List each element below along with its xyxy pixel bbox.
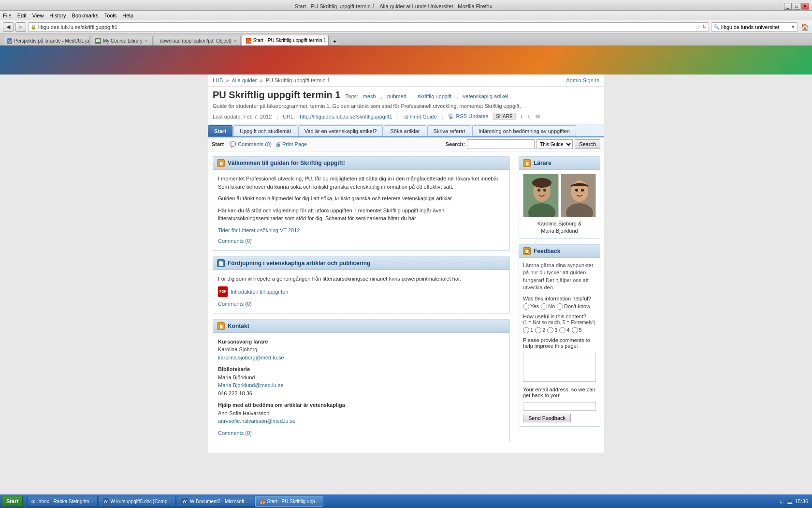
larare-box-body: Karolina Sjoborg &Maria Björklund [519,170,600,238]
comments-link-toolbar[interactable]: 💬 Comments (0) [230,141,272,148]
browser-tab-1[interactable]: 📚 Perspektiv på lärande - MedCUL januari… [3,36,90,45]
feedback-textarea[interactable] [523,353,596,382]
browser-tab-2[interactable]: 📖 My Course Library ✕ [91,36,153,45]
start-button[interactable]: Start [2,496,23,507]
menu-help[interactable]: Help [122,13,133,18]
tab-start[interactable]: Start [208,125,232,136]
kursuppg-label: W kursuppgift5.doc [Comp... [111,499,172,504]
print-page-link[interactable]: 🖨 Print Page [276,141,307,147]
helpful-no[interactable]: No [541,303,555,310]
minimize-button[interactable]: _ [784,3,792,10]
menu-history[interactable]: History [49,13,66,18]
breadcrumb-all-guides[interactable]: Alla guider [232,77,257,83]
browser-tab-3[interactable]: download (application/pdf Object) ✕ [154,36,241,45]
useful-1[interactable]: 1 [523,327,533,333]
menu-view[interactable]: View [32,13,44,18]
rss-updates-link[interactable]: 📡 RSS Updates [448,113,488,120]
back-button[interactable]: ◀ [3,22,14,32]
inbox-icon: ✉ [31,499,35,504]
word-icon-2: W [181,498,188,505]
send-feedback-button[interactable]: Send Feedback [523,414,571,422]
larare-box-header: 📋 Lärare [519,157,600,170]
tab-vad[interactable]: Vad är en vetenskaplig artikel? [298,125,383,136]
helpful-yes[interactable]: Yes [523,303,539,310]
feedback-box: 💬 Feedback Lämna gärna dina synpunkter p… [519,244,600,427]
rss-label: RSS Updates [456,113,489,119]
meta-sep-2: | [397,114,399,120]
email-3[interactable]: ann-sofie.halvarsson@med.lu.se [218,418,295,424]
refresh-icon[interactable]: ↻ [702,24,707,30]
taskbar-item-kursuppg[interactable]: W W kursuppgift5.doc [Comp... [99,496,176,507]
useful-4[interactable]: 4 [559,327,569,333]
tag-vetenskaplig[interactable]: vetenskaplig artikel [463,93,508,99]
tab-uppgift[interactable]: Uppgift och studiemål [233,125,297,136]
fordjupning-text: För dig som vill repetera genomgången fr… [218,275,505,283]
breadcrumb-lub[interactable]: LUB [213,77,223,83]
browser-search-bar: 🔍 ▼ [711,22,798,32]
menu-bookmarks[interactable]: Bookmarks [72,13,99,18]
print-guide-link[interactable]: 🖨 Print Guide [404,114,437,120]
page-toolbar: Start 💬 Comments (0) 🖨 Print Page Search… [208,137,604,151]
helpful-dontknow-radio[interactable] [557,303,563,310]
tab-close-3[interactable]: ✕ [233,39,237,44]
navigation-tabs: Start Uppgift och studiemål Vad är en ve… [208,124,604,137]
menu-edit[interactable]: Edit [17,13,27,18]
tab-close-2[interactable]: ✕ [145,39,148,44]
tag-pubmed[interactable]: pubmed [387,93,406,99]
forward-button[interactable]: ▶ [15,22,26,32]
search-button[interactable]: Search [575,139,600,149]
tab-skriva[interactable]: Skriva referat [427,125,471,136]
home-button[interactable]: 🏠 [801,23,809,31]
pdf-link[interactable]: Introduktion till uppgiften [231,288,288,296]
helpful-no-label: No [548,303,555,309]
name-2: Maria Björklund [218,374,255,380]
taskbar-right: 🔈 💻 15:36 [779,498,810,504]
welcome-comments-link[interactable]: Comments (0) [218,237,505,245]
kontakt-comments-link[interactable]: Comments (0) [218,429,505,437]
helpful-dontknow[interactable]: Don't know [557,303,590,310]
share-button[interactable]: SHARE [493,113,515,120]
feedback-email-input[interactable] [523,402,596,411]
useful-3[interactable]: 3 [547,327,557,333]
main-content: 📋 Välkommen till guiden för Skriftlig up… [208,151,515,453]
helpful-dontknow-label: Don't know [564,303,590,309]
email-1[interactable]: karolina.sjoborg@med.lu.se [218,355,284,360]
tab-soka[interactable]: Söka artiklar [384,125,426,136]
taskbar-item-inbox[interactable]: ✉ Inbox - Ranka.Steingrim... [27,496,98,507]
fordjupning-comments-link[interactable]: Comments (0) [218,300,505,308]
address-input[interactable] [38,24,693,30]
admin-signin-link[interactable]: Admin Sign In [566,77,599,83]
browser-tab-4[interactable]: 🦊 Start - PU Skriftlig uppgift termin 1 … [242,35,329,45]
taskbar-item-browser[interactable]: 🦊 Start - PU Skriftlig upp... [255,496,323,507]
useful-2[interactable]: 2 [535,327,545,333]
taskbar-item-document2[interactable]: W W Document2 - Microsoft ... [177,496,254,507]
tab-inlamning[interactable]: Inlämning och bedömning av uppgiften [472,125,576,136]
helpful-yes-radio[interactable] [523,303,529,310]
maximize-button[interactable]: □ [793,3,800,10]
page-url-link[interactable]: http://libguides.lub.lu.se/skriftliguppg… [300,114,392,120]
bookmark-star-icon[interactable]: ☆ [695,24,700,30]
tag-sep-1: , [381,93,382,100]
email-share-icon[interactable]: ✉ [536,113,540,120]
facebook-icon[interactable]: f [521,114,522,120]
browser-search-input[interactable] [721,24,789,30]
name-3: Ann-Sofie Halvarsson [218,410,269,416]
search-scope-select[interactable]: This Guide [536,139,573,149]
new-tab-button[interactable]: + [331,38,339,45]
useful-5[interactable]: 5 [572,327,582,333]
menu-tools[interactable]: Tools [104,13,117,18]
tag-mesh[interactable]: mesh [363,93,376,99]
tider-link[interactable]: Tider för Litteratursökning VT 2012 [218,227,300,233]
tag-skriftlig[interactable]: skriftlig uppgift [418,93,451,99]
search-input[interactable] [467,139,535,149]
search-dropdown-icon[interactable]: ▼ [791,24,796,30]
helpful-no-radio[interactable] [541,303,547,310]
window-controls: _ □ ✕ [784,3,809,10]
clock: 15:36 [795,498,808,504]
welcome-box-title: Välkommen till guiden för Skriftlig uppg… [228,160,345,166]
svg-point-4 [543,189,546,192]
close-button[interactable]: ✕ [801,3,809,10]
twitter-icon[interactable]: t [528,114,530,120]
menu-file[interactable]: File [3,13,12,18]
email-2[interactable]: Maria.Bjorklund@med.lu.se [218,382,283,388]
